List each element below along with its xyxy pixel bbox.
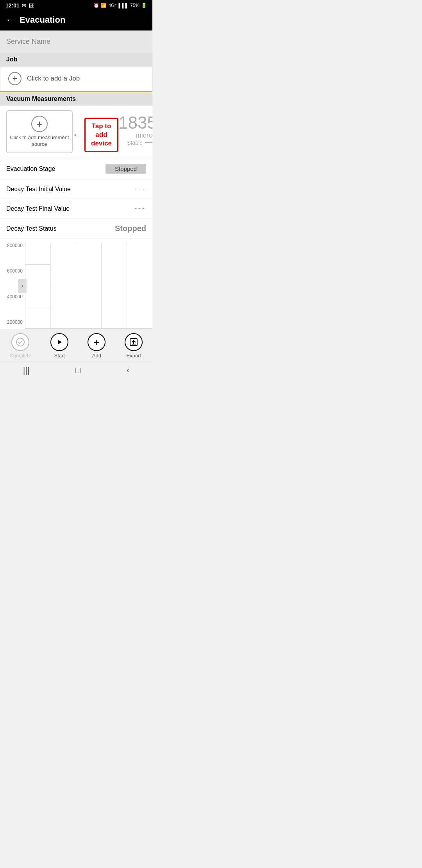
add-device-label: Click to add measurement source	[7, 135, 72, 148]
nav-back-button[interactable]: ‹	[127, 365, 129, 375]
decay-final-label: Decay Test Final Value	[6, 205, 70, 212]
arrow-left-icon: ←	[73, 130, 81, 140]
vacuum-unit: micron	[118, 131, 152, 140]
add-job-label: Click to add a Job	[27, 75, 80, 82]
add-job-button[interactable]: + Click to add a Job	[0, 66, 152, 91]
chart-col-2	[51, 243, 76, 328]
y-label-800000: 800000	[0, 243, 25, 248]
battery-label: 75%	[130, 3, 139, 8]
decay-status-value: Stopped	[115, 224, 146, 233]
nav-home-button[interactable]: □	[75, 365, 80, 375]
start-icon	[50, 333, 68, 351]
complete-icon	[11, 333, 29, 351]
export-icon	[125, 333, 143, 351]
grid-line-3	[25, 307, 50, 307]
y-label-600000: 600000	[0, 268, 25, 274]
add-label: Add	[92, 353, 101, 359]
complete-label: Complete	[10, 353, 32, 359]
page-header: ← Evacuation	[0, 11, 152, 30]
alarm-icon: ⏰	[93, 3, 99, 8]
mail-icon: ✉	[22, 3, 26, 9]
tap-tooltip-text: Tap toadd device	[91, 122, 112, 148]
status-bar: 12:01 ✉ 🖼 ⏰ 📶 4G⁺ ▌▌▌ 75% 🔋	[0, 0, 152, 11]
start-button[interactable]: Start	[50, 333, 68, 359]
chart-inner: 800000 600000 400000 200000 ›	[0, 243, 152, 329]
measurement-area: + Click to add measurement source ← Tap …	[0, 106, 152, 158]
decay-initial-value: ---	[134, 185, 146, 193]
vacuum-stable: Stable	[118, 140, 152, 146]
add-button[interactable]: + Add	[88, 333, 106, 359]
nav-bar: ||| □ ‹	[0, 361, 152, 381]
y-label-200000: 200000	[0, 319, 25, 325]
nav-menu-button[interactable]: |||	[23, 365, 30, 375]
chart-expand-button[interactable]: ›	[18, 279, 27, 293]
decay-initial-label: Decay Test Initial Value	[6, 186, 71, 193]
tap-tooltip-box: Tap toadd device	[84, 118, 118, 152]
start-label: Start	[54, 353, 65, 359]
add-job-plus-icon: +	[8, 72, 21, 85]
vacuum-value: 1835	[118, 114, 152, 131]
chart-col-4	[102, 243, 127, 328]
y-label-400000: 400000	[0, 294, 25, 299]
job-section-label: Job	[0, 53, 152, 66]
page-title: Evacuation	[20, 15, 65, 25]
wifi-icon: 📶	[101, 3, 107, 8]
chart-col-5	[127, 243, 152, 328]
decay-final-row: Decay Test Final Value ---	[0, 199, 152, 219]
service-name-placeholder: Service Name	[6, 38, 50, 45]
decay-status-row: Decay Test Status Stopped	[0, 219, 152, 239]
evacuation-stage-value: Stopped	[106, 164, 146, 174]
status-time: 12:01	[5, 2, 20, 9]
svg-marker-1	[58, 340, 62, 344]
complete-button[interactable]: Complete	[10, 333, 32, 359]
chart-col-3	[76, 243, 102, 328]
evacuation-stage-label: Evacuation Stage	[6, 165, 55, 172]
vacuum-section-label: Vacuum Measurements	[0, 91, 152, 106]
tap-tooltip-area: ← Tap toadd device	[73, 118, 118, 152]
signal-icon: ▌▌▌	[118, 3, 129, 8]
decay-status-label: Decay Test Status	[6, 225, 57, 232]
grid-line-1	[25, 264, 50, 265]
export-button[interactable]: Export	[125, 333, 143, 359]
chart-area: 800000 600000 400000 200000 ›	[0, 239, 152, 329]
add-device-button[interactable]: + Click to add measurement source	[6, 110, 73, 153]
add-icon: +	[88, 333, 106, 351]
chart-grid	[25, 243, 152, 329]
export-label: Export	[127, 353, 141, 359]
stable-line	[145, 142, 152, 143]
image-icon: 🖼	[29, 3, 34, 9]
vacuum-value-display: 1835 micron Stable	[118, 114, 152, 146]
chart-col-1	[25, 243, 51, 328]
bottom-action-bar: Complete Start + Add Export	[0, 329, 152, 361]
4g-label: 4G⁺	[108, 3, 117, 8]
evacuation-stage-row: Evacuation Stage Stopped	[0, 158, 152, 179]
add-device-plus-icon: +	[31, 116, 48, 132]
decay-initial-row: Decay Test Initial Value ---	[0, 179, 152, 199]
service-name-field[interactable]: Service Name	[0, 30, 152, 53]
back-button[interactable]: ←	[6, 15, 15, 25]
info-rows: Evacuation Stage Stopped Decay Test Init…	[0, 158, 152, 239]
battery-icon: 🔋	[141, 3, 147, 8]
grid-line-2	[25, 286, 50, 286]
decay-final-value: ---	[134, 204, 146, 213]
